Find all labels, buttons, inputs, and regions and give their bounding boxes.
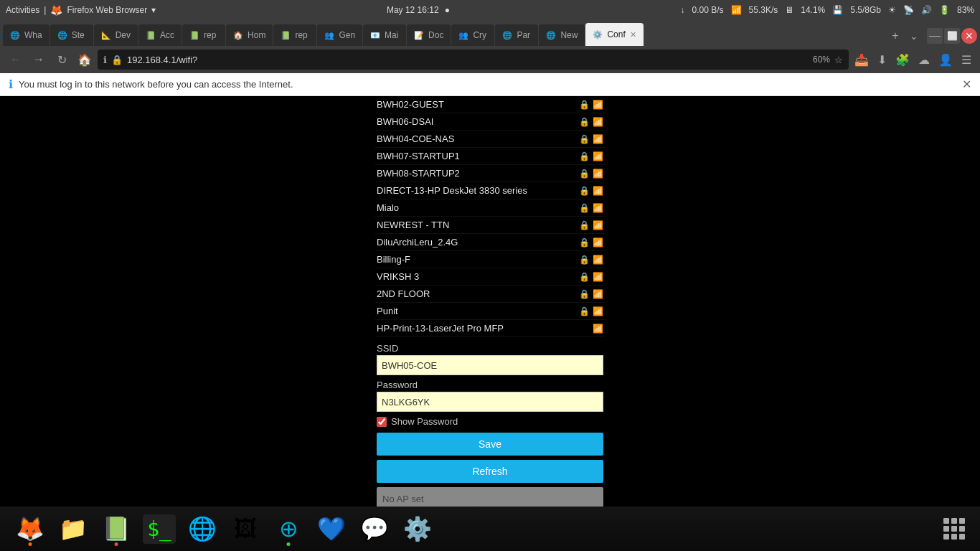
screenshot-taskbar-icon: 🖼 [234,516,257,542]
tab-config[interactable]: ⚙️ Conf ✕ [585,23,643,46]
lock-icon: 🔒 [579,272,590,282]
minimize-button[interactable]: — [927,28,943,44]
taskbar-screenshot[interactable]: 🖼 [227,510,264,547]
system-top-bar: Activities | 🦊 Firefox Web Browser ▾ May… [0,0,980,20]
address-bar[interactable]: ℹ 🔒 192.168.4.1/wifi? 60% ☆ [98,50,849,70]
tab-dev[interactable]: 📐 Dev [94,24,138,46]
tab-par[interactable]: 🌐 Par [495,24,538,46]
browser-title: Firefox Web Browser [67,5,147,15]
tab-repo1[interactable]: 📗 rep [182,24,225,46]
taskbar-firefox[interactable]: 🦊 [11,510,49,547]
firefox-dot [29,542,32,546]
network-up-speed: 55.3K/s [749,5,778,15]
network-row-hp-print[interactable]: HP-Print-13-LaserJet Pro MFP 📶 [375,320,605,337]
network-row-direct[interactable]: DIRECT-13-HP DeskJet 3830 series 🔒 📶 [375,182,605,199]
battery-icon: 🔋 [939,5,950,15]
dot-indicator: ● [445,5,450,15]
tab-new[interactable]: 🌐 New [539,24,585,46]
cloud-icon[interactable]: ☁ [915,50,933,70]
activities-button[interactable]: Activities [6,5,39,15]
network-icon2: 📡 [903,5,914,15]
lock-icon: 🔒 [579,306,590,316]
tab-wha[interactable]: 🌐 Wha [3,24,50,46]
menu-icon[interactable]: ☰ [958,50,974,70]
tab-favicon-wha: 🌐 [10,31,20,40]
network-row-punit[interactable]: Punit 🔒 📶 [375,303,605,320]
taskbar-chrome[interactable]: 🌐 [184,510,221,547]
taskbar-slack[interactable]: 💬 [356,510,393,547]
no-ap-status: No AP set [377,487,603,507]
tab-close-config[interactable]: ✕ [630,30,636,39]
taskbar-vscode[interactable]: 💙 [313,510,350,547]
cpu-icon: 🖥 [785,5,793,15]
lock-icon: 🔒 [579,151,590,161]
back-button[interactable]: ← [6,50,26,70]
memory-icon: 💾 [832,5,843,15]
notification-info-icon: ℹ [9,77,13,91]
extensions-icon[interactable]: 🧩 [892,50,913,70]
notification-bar: ℹ You must log in to this network before… [0,73,980,96]
pocket-icon[interactable]: 📥 [852,50,872,70]
tab-ste[interactable]: 🌐 Ste [50,24,93,46]
taskbar: 🦊 📁 📗 $_ 🌐 🖼 ⊕ 💙 💬 ⚙️ [0,507,980,551]
network-row-vriksh[interactable]: VRIKSH 3 🔒 📶 [375,268,605,286]
app-grid-button[interactable] [940,514,969,543]
show-password-checkbox[interactable] [377,417,387,427]
bookmark-icon[interactable]: ☆ [834,55,843,65]
tab-cry[interactable]: 👥 Cry [451,24,494,46]
memory-usage: 5.5/8Gb [850,5,881,15]
notification-close-button[interactable]: ✕ [962,77,971,91]
taskbar-terminal[interactable]: $_ [141,510,178,547]
files-taskbar-icon: 📁 [59,515,88,542]
network-row-dilu[interactable]: DiluArchiLeru_2.4G 🔒 📶 [375,234,605,251]
ssid-input[interactable] [377,355,603,375]
network-row-2ndfloor[interactable]: 2ND FLOOR 🔒 📶 [375,286,605,303]
restore-button[interactable]: ⬜ [944,28,960,44]
tab-mai[interactable]: 📧 Mai [363,24,406,46]
taskbar-right [940,514,969,543]
chrome-taskbar-icon: 🌐 [188,515,217,542]
tabs-right-controls: + ⌄ — ⬜ ✕ [885,26,977,46]
taskbar-arduino[interactable]: ⊕ [270,510,307,547]
password-input[interactable] [377,392,603,412]
new-tab-button[interactable]: + [885,26,905,46]
profile-icon[interactable]: 👤 [936,50,956,70]
lock-icon: 🔒 [579,100,590,110]
url-text: 192.168.4.1/wifi? [127,55,809,65]
refresh-button[interactable]: Refresh [377,460,603,483]
tab-doc[interactable]: 📝 Doc [407,24,451,46]
network-row-newrest[interactable]: NEWREST - TTN 🔒 📶 [375,217,605,234]
save-button[interactable]: Save [377,433,603,456]
tab-hom[interactable]: 🏠 Hom [226,24,273,46]
main-content: BWH02-GUEST 🔒 📶 BWH06-DSAI 🔒 📶 BWH04-COE… [0,96,980,507]
tab-repo2[interactable]: 📗 rep [273,24,316,46]
network-row-mialo[interactable]: Mialo 🔒 📶 [375,199,605,217]
close-button[interactable]: ✕ [961,28,977,44]
network-row-bwh08[interactable]: BWH08-STARTUP2 🔒 📶 [375,165,605,182]
network-row-bwh06[interactable]: BWH06-DSAI 🔒 📶 [375,113,605,131]
reload-button[interactable]: ↻ [52,50,72,70]
download-icon[interactable]: ⬇ [875,50,890,70]
taskbar-sheets[interactable]: 📗 [98,510,135,547]
network-row-bwh02[interactable]: BWH02-GUEST 🔒 📶 [375,96,605,113]
taskbar-settings[interactable]: ⚙️ [399,510,436,547]
tab-gen[interactable]: 👥 Gen [317,24,362,46]
notification-message: You must log in to this network before y… [19,79,293,90]
home-button[interactable]: 🏠 [75,50,95,70]
network-row-bwh07[interactable]: BWH07-STARTUP1 🔒 📶 [375,148,605,165]
zoom-level[interactable]: 60% [813,55,830,65]
speaker-icon: 🔊 [921,5,932,15]
tab-acc[interactable]: 📗 Acc [138,24,182,46]
terminal-taskbar-icon: $_ [143,514,176,544]
brightness-icon: ☀ [888,5,896,15]
password-label: Password [377,380,603,390]
tab-list-button[interactable]: ⌄ [907,27,921,44]
network-row-bwh04[interactable]: BWH04-COE-NAS 🔒 📶 [375,131,605,148]
tabs-bar: 🌐 Wha 🌐 Ste 📐 Dev 📗 Acc 📗 rep 🏠 Hom 📗 re… [0,20,980,46]
dropdown-icon[interactable]: ▾ [151,5,156,15]
taskbar-files[interactable]: 📁 [55,510,92,547]
settings-taskbar-icon: ⚙️ [403,515,432,542]
wifi-panel: BWH02-GUEST 🔒 📶 BWH06-DSAI 🔒 📶 BWH04-COE… [375,96,605,507]
network-row-billing[interactable]: Billing-F 🔒 📶 [375,251,605,268]
forward-button[interactable]: → [29,50,49,70]
